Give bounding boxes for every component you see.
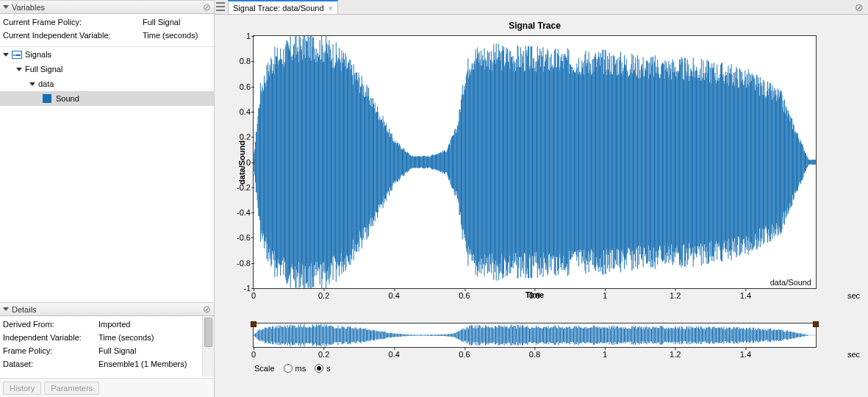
indep-var-label: Current Independent Variable: [3,31,143,40]
x-tick: 0.4 [389,291,400,300]
details-panel-title: Details [12,305,37,314]
detail-row: Independent Variable: Time (seconds) [3,331,211,344]
tree-node-fullsignal[interactable]: Full Signal [0,62,214,76]
frame-policy-label: Current Frame Policy: [3,18,143,26]
signal-tree[interactable]: Signals Full Signal data Sound [0,46,214,302]
detail-value: Ensemble1 (1 Members) [98,360,187,368]
tree-node-sound[interactable]: Sound [0,91,214,106]
x-tick: 0.2 [318,291,329,300]
y-tick: -0.4 [229,208,251,217]
frame-policy-value: Full Signal [143,18,180,26]
signals-icon [12,51,22,59]
x-tick: 0.8 [529,291,540,300]
overview-x-tick: 0.6 [459,350,470,359]
overview-svg [254,323,816,347]
history-button[interactable]: History [3,382,41,395]
y-tick: 0.6 [229,82,251,91]
overview-x-tick: 0.8 [529,350,540,359]
detail-key: Derived From: [3,320,98,329]
y-tick: 0.4 [229,107,251,116]
variables-panel-title: Variables [12,3,45,12]
scale-row: Scale ms s [253,364,817,373]
indep-var-value: Time (seconds) [143,31,198,40]
x-tick: 1.4 [740,291,751,300]
overview-x-tick: 1.4 [740,350,751,359]
radio-s-label: s [326,364,331,373]
x-tick: 1.2 [670,291,681,300]
overview-x-tick: 1.2 [670,350,681,359]
x-tick: 1 [603,291,607,300]
parameters-button[interactable]: Parameters [44,382,99,395]
overview-strip[interactable]: sec 00.20.40.60.811.21.4 [253,323,817,348]
tab-signal-trace[interactable]: Signal Trace: data/Sound × [228,0,338,14]
overview-x-tick: 1 [603,350,607,359]
variables-panel-header[interactable]: Variables ⊘ [0,0,214,14]
variables-info: Current Frame Policy: Full Signal Curren… [0,14,214,46]
x-tick: 0 [251,291,256,300]
radio-ms-label: ms [295,364,306,373]
detail-key: Independent Variable: [3,333,98,342]
detail-row: Derived From: Imported [3,318,211,331]
tree-node-signals[interactable]: Signals [0,47,214,62]
close-icon[interactable]: ⊘ [203,304,211,315]
scrollbar-thumb[interactable] [204,318,212,347]
radio-s[interactable]: s [315,364,331,373]
detail-key: Frame Policy: [3,346,98,355]
plot-title: Signal Trace [253,21,817,35]
radio-ms[interactable]: ms [284,364,306,373]
overview-handle-left[interactable] [251,321,257,327]
y-tick: 1 [229,32,251,40]
overview-x-unit: sec [847,350,860,359]
chevron-down-icon [3,53,9,57]
tree-node-data[interactable]: data [0,76,214,91]
radio-icon [315,364,323,373]
collapse-icon [3,307,9,311]
overview-x-tick: 0 [251,350,256,359]
x-tick: 0.6 [459,291,470,300]
y-tick: 0.2 [229,132,251,141]
close-tab-icon[interactable]: × [329,4,333,12]
overview-x-tick: 0.2 [318,350,329,359]
detail-row: Frame Policy: Full Signal [3,344,211,357]
tree-label: Full Signal [25,65,62,74]
details-scrollbar[interactable] [202,316,214,376]
overview-handle-right[interactable] [813,321,819,327]
x-axis-unit: sec [847,291,860,300]
series-color-swatch [43,94,51,103]
frame-policy-row: Current Frame Policy: Full Signal [3,15,211,29]
chart-svg [254,36,816,288]
y-tick: -1 [229,284,251,293]
tree-label: data [38,79,54,88]
detail-row: Dataset: Ensemble1 (1 Members) [3,357,211,371]
tree-label: Signals [25,50,51,59]
chevron-down-icon [29,82,35,86]
menu-icon[interactable] [216,2,225,11]
details-button-row: History Parameters [0,378,214,397]
y-tick: -0.8 [229,259,251,268]
sidebar: Variables ⊘ Current Frame Policy: Full S… [0,0,215,397]
signal-chart[interactable]: data/Sound data/Sound sec -1-0.8-0.6-0.4… [253,35,817,289]
y-tick: -0.2 [229,183,251,192]
detail-key: Dataset: [3,360,98,368]
radio-icon [284,364,293,373]
tabbar: Signal Trace: data/Sound × ⊘ [215,0,868,15]
tab-label: Signal Trace: data/Sound [233,4,324,12]
main-area: Signal Trace: data/Sound × ⊘ Signal Trac… [215,0,868,397]
y-tick: -0.6 [229,233,251,242]
close-icon[interactable]: ⊘ [855,1,864,13]
close-icon[interactable]: ⊘ [203,1,211,12]
plot-area: Signal Trace data/Sound data/Sound sec -… [215,15,868,397]
details-body: Derived From: Imported Independent Varia… [0,316,214,397]
detail-value: Time (seconds) [98,333,154,342]
detail-value: Full Signal [98,346,136,355]
scale-label: Scale [254,364,275,373]
detail-value: Imported [98,320,130,329]
overview-x-tick: 0.4 [389,350,400,359]
chevron-down-icon [16,68,22,71]
details-panel-header[interactable]: Details ⊘ [0,302,214,316]
y-tick: 0 [229,158,251,167]
indep-var-row: Current Independent Variable: Time (seco… [3,29,211,42]
series-label: data/Sound [769,278,813,287]
y-tick: 0.8 [229,57,251,65]
tree-label: Sound [56,94,79,103]
